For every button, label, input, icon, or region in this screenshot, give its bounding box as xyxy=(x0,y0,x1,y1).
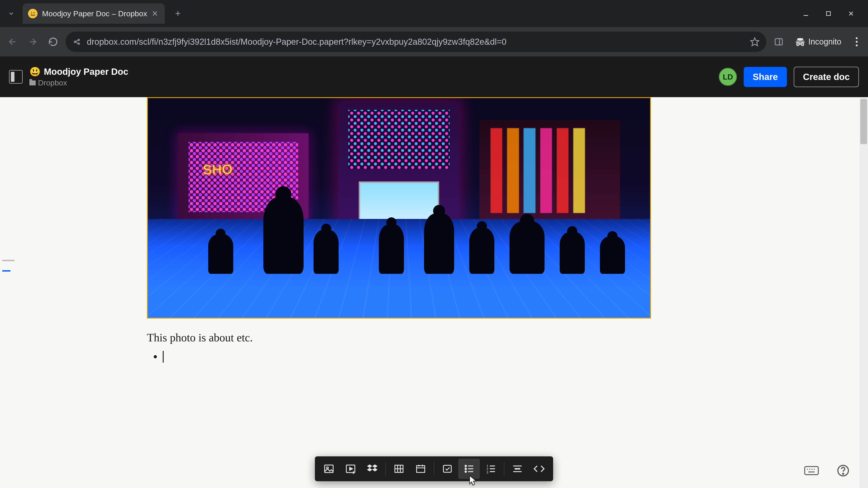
toolbar-timeline-button[interactable] xyxy=(410,459,432,479)
url-text: dropbox.com/scl/fi/n3zfj9fyi392l1d8x5ist… xyxy=(87,37,745,47)
svg-text:3: 3 xyxy=(487,470,488,474)
toolbar-numbered-list-button[interactable]: 123 xyxy=(480,459,502,479)
toolbar-bulleted-list-button[interactable] xyxy=(458,459,480,479)
vertical-scrollbar[interactable] xyxy=(860,97,868,488)
back-button[interactable] xyxy=(4,34,20,50)
insert-toolbar: 123 xyxy=(315,456,553,481)
bullet-icon xyxy=(154,355,157,358)
tab-favicon-icon: 😃 xyxy=(28,9,37,18)
footer-utilities xyxy=(802,463,852,479)
svg-rect-12 xyxy=(775,39,782,45)
image-sign-text: SHO xyxy=(203,162,233,177)
folder-icon xyxy=(29,80,36,86)
svg-point-8 xyxy=(78,43,80,44)
close-window-button[interactable] xyxy=(845,8,857,19)
doc-title[interactable]: Moodjoy Paper Doc xyxy=(44,67,128,77)
maximize-button[interactable] xyxy=(823,8,834,19)
toolbar-checklist-button[interactable] xyxy=(436,459,458,479)
svg-point-37 xyxy=(465,468,466,469)
sidebar-toggle-button[interactable] xyxy=(9,70,23,84)
help-button[interactable] xyxy=(834,463,852,479)
svg-line-9 xyxy=(76,40,78,41)
browser-tab[interactable]: 😃 Moodjoy Paper Doc – Dropbox ✕ xyxy=(23,3,165,24)
toolbar-divider-button[interactable] xyxy=(506,459,528,479)
app-header: 😃 Moodjoy Paper Doc Dropbox LD Share Cre… xyxy=(0,57,868,97)
new-tab-button[interactable]: + xyxy=(171,7,185,20)
text-cursor xyxy=(163,351,164,363)
svg-rect-1 xyxy=(827,11,831,15)
share-button[interactable]: Share xyxy=(744,67,787,87)
outline-mark-active[interactable] xyxy=(2,270,10,271)
svg-point-7 xyxy=(78,39,80,41)
reload-button[interactable] xyxy=(45,34,61,50)
embedded-image[interactable]: SHO xyxy=(147,97,651,319)
site-info-icon[interactable] xyxy=(72,37,81,46)
toolbar-video-button[interactable] xyxy=(340,459,362,479)
minimize-button[interactable] xyxy=(800,8,811,19)
svg-point-58 xyxy=(843,473,844,475)
svg-point-18 xyxy=(856,37,858,39)
browser-menu-button[interactable] xyxy=(850,37,864,46)
svg-point-14 xyxy=(797,38,803,41)
svg-point-38 xyxy=(465,471,466,472)
paper-app: 😃 Moodjoy Paper Doc Dropbox LD Share Cre… xyxy=(0,57,868,488)
svg-marker-24 xyxy=(350,467,352,470)
toolbar-dropbox-button[interactable] xyxy=(362,459,383,479)
keyboard-shortcuts-button[interactable] xyxy=(802,463,820,479)
bulleted-list-item[interactable] xyxy=(147,351,651,363)
forward-button[interactable] xyxy=(25,34,41,50)
tab-strip: 😃 Moodjoy Paper Doc – Dropbox ✕ + xyxy=(0,0,868,27)
tab-close-icon[interactable]: ✕ xyxy=(152,9,158,18)
document-canvas[interactable]: SHO This photo is about etc. xyxy=(0,97,868,488)
svg-point-36 xyxy=(465,465,466,466)
image-caption[interactable]: This photo is about etc. xyxy=(147,331,651,344)
doc-meta: 😃 Moodjoy Paper Doc Dropbox xyxy=(29,66,128,87)
toolbar-table-button[interactable] xyxy=(388,459,410,479)
outline-indicator[interactable] xyxy=(2,260,14,271)
svg-rect-35 xyxy=(443,465,452,473)
browser-chrome: 😃 Moodjoy Paper Doc – Dropbox ✕ + dropbo… xyxy=(0,0,868,57)
address-bar-row: dropbox.com/scl/fi/n3zfj9fyi392l1d8x5ist… xyxy=(0,27,868,57)
svg-point-15 xyxy=(797,43,799,45)
tabs-dropdown[interactable] xyxy=(4,7,18,20)
address-bar[interactable]: dropbox.com/scl/fi/n3zfj9fyi392l1d8x5ist… xyxy=(66,32,766,52)
incognito-label: Incognito xyxy=(808,37,841,46)
svg-point-19 xyxy=(856,41,858,43)
svg-point-20 xyxy=(856,44,858,46)
create-doc-button[interactable]: Create doc xyxy=(794,67,859,87)
breadcrumb[interactable]: Dropbox xyxy=(29,78,128,87)
svg-rect-21 xyxy=(324,465,333,473)
svg-point-16 xyxy=(801,43,804,45)
outline-mark[interactable] xyxy=(2,260,14,261)
doc-emoji-icon: 😃 xyxy=(29,66,41,77)
incognito-icon xyxy=(795,37,805,47)
toolbar-image-button[interactable] xyxy=(318,459,340,479)
doc-body: SHO This photo is about etc. xyxy=(147,97,651,363)
svg-line-10 xyxy=(76,42,78,43)
toolbar-code-button[interactable] xyxy=(528,459,550,479)
svg-marker-11 xyxy=(751,38,758,46)
breadcrumb-label: Dropbox xyxy=(38,78,67,87)
bookmark-icon[interactable] xyxy=(750,37,760,46)
window-controls xyxy=(800,8,864,19)
tab-title: Moodjoy Paper Doc – Dropbox xyxy=(42,9,147,18)
svg-point-6 xyxy=(74,41,76,43)
svg-rect-31 xyxy=(416,466,425,473)
svg-rect-51 xyxy=(805,466,818,475)
incognito-indicator[interactable]: Incognito xyxy=(791,35,845,49)
scrollbar-thumb[interactable] xyxy=(860,99,867,144)
side-panel-button[interactable] xyxy=(771,34,786,50)
avatar[interactable]: LD xyxy=(719,68,737,86)
